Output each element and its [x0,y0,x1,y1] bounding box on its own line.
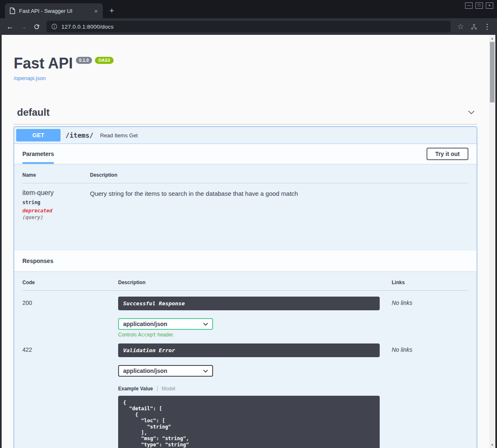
browser-window: Fast API - Swagger UI × + — □ × ← → 127.… [0,0,497,448]
table-row: 422 Validation Error application/json Ex… [22,338,468,448]
response-code: 422 [22,343,118,448]
accept-header-note: Controls Accept header. [118,332,380,338]
window-controls: — □ × [465,2,493,9]
accept-note-prefix: Controls [118,332,138,338]
browser-tab[interactable]: Fast API - Swagger UI × [5,3,103,18]
api-info: Fast API0.1.0OAS3 /openapi.json [14,55,477,82]
response-links: No links [392,297,468,338]
chevron-down-icon [203,323,208,326]
parameters-table-head: Name Description [22,172,468,183]
responses-title: Responses [22,258,53,264]
media-type-select[interactable]: application/json [118,365,213,377]
parameters-section-header: Parameters Try it out [14,144,477,164]
browser-viewport: Fast API0.1.0OAS3 /openapi.json default … [0,35,497,448]
chevron-down-icon [203,370,208,373]
example-json-code: { "detail": [ { "loc": [ "string" ], "ms… [118,396,380,448]
bookmark-star-icon[interactable]: ☆ [455,21,466,32]
accept-note-code: Accept [138,332,156,338]
accept-note-suffix: header. [156,332,174,338]
parameters-tab-label: Parameters [22,151,54,157]
section-collapse-chevron-icon[interactable] [467,108,476,117]
openapi-json-link[interactable]: /openapi.json [14,75,46,81]
swagger-page: Fast API0.1.0OAS3 /openapi.json default … [2,35,489,448]
extensions-icon[interactable] [468,21,480,32]
url-bar[interactable]: 127.0.0.1:8000/docs [46,21,451,32]
media-type-value: application/json [123,368,167,374]
parameter-type: string [22,200,90,205]
page-scrollbar[interactable]: ▲ ▼ [489,35,495,448]
parameter-deprecated-flag: deprecated [22,208,90,214]
site-info-icon[interactable] [51,23,58,30]
column-header-code: Code [22,280,118,285]
tab-model[interactable]: Model [162,386,175,392]
parameter-description: Query string for the items to search in … [90,189,468,220]
opblock-summary[interactable]: GET /items/ Read Items Get [14,127,477,144]
version-badge: 0.1.0 [76,57,92,64]
browser-titlebar: Fast API - Swagger UI × + — □ × [0,0,497,18]
operation-path: /items/ [65,131,93,139]
response-description: Successful Response [118,297,380,310]
example-model-tabs: Example Value Model [118,386,380,392]
window-minimize-button[interactable]: — [465,2,473,9]
tag-section-header[interactable]: default [14,103,477,124]
column-header-description: Description [90,172,468,178]
window-close-button[interactable]: × [486,2,493,9]
oas3-badge: OAS3 [95,57,113,64]
parameter-name: item-query [22,189,90,197]
tag-title: default [17,107,50,118]
scroll-down-icon[interactable]: ▼ [489,441,495,448]
try-it-out-button[interactable]: Try it out [427,148,468,160]
browser-navbar: ← → 127.0.0.1:8000/docs ☆ ⋮ [0,18,497,35]
back-icon[interactable]: ← [4,21,16,32]
responses-section-header: Responses [14,251,477,271]
tab-title: Fast API - Swagger UI [19,8,89,14]
url-input[interactable]: 127.0.0.1:8000/docs [61,24,114,30]
opblock-get-items: GET /items/ Read Items Get Parameters Tr… [14,127,477,448]
responses-table: Code Description Links 200 Successful Re… [14,271,477,448]
tab-close-icon[interactable]: × [92,7,99,15]
browser-menu-icon[interactable]: ⋮ [481,21,493,32]
column-header-description: Description [118,280,392,285]
forward-icon[interactable]: → [17,21,29,32]
new-tab-button[interactable]: + [109,7,114,15]
page-title: Fast API0.1.0OAS3 [14,55,477,72]
column-header-links: Links [392,280,468,285]
parameters-table: Name Description item-query string depre… [14,164,477,251]
table-row: 200 Successful Response application/json… [22,291,468,338]
media-type-value: application/json [123,321,167,327]
reload-icon[interactable] [31,21,42,32]
response-links: No links [392,343,468,448]
page-favicon-icon [10,7,15,14]
responses-table-head: Code Description Links [22,280,468,291]
window-maximize-button[interactable]: □ [475,2,483,9]
http-method-badge[interactable]: GET [16,129,61,141]
response-code: 200 [22,297,118,338]
tab-example-value[interactable]: Example Value [118,386,153,392]
media-type-select[interactable]: application/json [118,318,213,330]
parameter-location: (query) [22,214,90,220]
response-description: Validation Error [118,343,380,357]
api-title-text: Fast API [14,55,73,72]
scrollbar-thumb[interactable] [490,42,495,102]
column-header-name: Name [22,172,90,178]
tab-divider [157,386,158,392]
scroll-up-icon[interactable]: ▲ [489,35,495,41]
tab-parameters[interactable]: Parameters [22,144,54,164]
operation-summary: Read Items Get [100,132,138,139]
table-row: item-query string deprecated (query) Que… [22,183,468,242]
window-edge-right [495,35,497,448]
